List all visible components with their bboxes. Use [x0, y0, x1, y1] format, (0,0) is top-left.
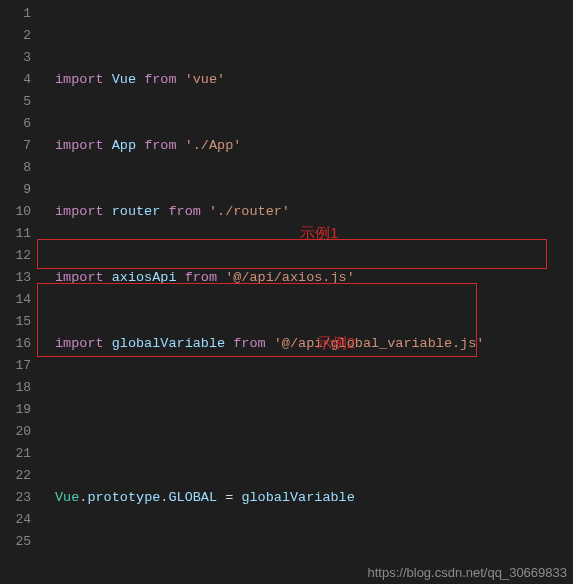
watermark: https://blog.csdn.net/qq_30669833 [368, 565, 568, 580]
highlight-box-1 [37, 239, 547, 269]
line-number: 9 [0, 179, 31, 201]
code-editor: 1 2 3 4 5 6 7 8 9 10 11 12 13 14 15 16 1… [0, 0, 573, 584]
line-number: 5 [0, 91, 31, 113]
line-number: 13 [0, 267, 31, 289]
line-number: 22 [0, 465, 31, 487]
line-number: 1 [0, 3, 31, 25]
line-number: 10 [0, 201, 31, 223]
line-number: 18 [0, 377, 31, 399]
line-number: 4 [0, 69, 31, 91]
line-number: 23 [0, 487, 31, 509]
code-line: import globalVariable from '@/api/global… [55, 333, 573, 355]
code-line: import router from './router' [55, 201, 573, 223]
code-line [55, 399, 573, 421]
annotation-label-1: 示例1 [300, 222, 338, 244]
line-number: 7 [0, 135, 31, 157]
code-line: import axiosApi from '@/api/axios.js' [55, 267, 573, 289]
line-number: 16 [0, 333, 31, 355]
line-number: 2 [0, 25, 31, 47]
line-number: 17 [0, 355, 31, 377]
line-number: 8 [0, 157, 31, 179]
line-number-gutter: 1 2 3 4 5 6 7 8 9 10 11 12 13 14 15 16 1… [0, 0, 45, 584]
code-line: Vue.prototype.GLOBAL = globalVariable [55, 487, 573, 509]
line-number: 21 [0, 443, 31, 465]
line-number: 24 [0, 509, 31, 531]
line-number: 20 [0, 421, 31, 443]
line-number: 3 [0, 47, 31, 69]
code-line: import Vue from 'vue' [55, 69, 573, 91]
line-number: 15 [0, 311, 31, 333]
line-number: 11 [0, 223, 31, 245]
line-number: 12 [0, 245, 31, 267]
line-number: 6 [0, 113, 31, 135]
code-area[interactable]: import Vue from 'vue' import App from '.… [45, 0, 573, 584]
line-number: 14 [0, 289, 31, 311]
code-line: import App from './App' [55, 135, 573, 157]
line-number: 19 [0, 399, 31, 421]
line-number: 25 [0, 531, 31, 553]
